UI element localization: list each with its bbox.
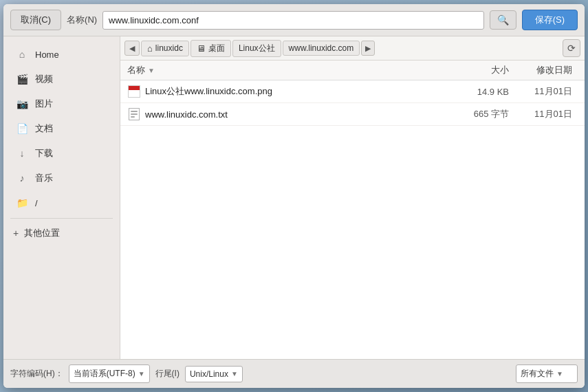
sidebar-label-music: 音乐 <box>35 172 53 184</box>
encoding-label: 字符编码(H)： <box>10 368 63 380</box>
sidebar-label-home: Home <box>35 50 59 60</box>
main-area: ⌂ Home 🎬 视频 📷 图片 📄 文档 ↓ 下载 ♪ 音乐 <box>3 36 585 359</box>
encoding-arrow-icon: ▼ <box>138 370 145 378</box>
nav-back-button[interactable]: ◀ <box>124 41 140 56</box>
sidebar-label-other: 其他位置 <box>24 227 60 239</box>
sidebar-item-video[interactable]: 🎬 视频 <box>6 67 117 91</box>
breadcrumb-home-label: linuxidc <box>155 43 183 53</box>
video-icon: 🎬 <box>16 73 28 85</box>
col-name-header[interactable]: 名称 ▼ <box>127 64 447 76</box>
lineending-label: 行尾(I) <box>155 368 179 380</box>
sidebar-label-documents: 文档 <box>35 122 53 135</box>
sidebar-item-documents[interactable]: 📄 文档 <box>6 117 117 140</box>
camera-icon: 📷 <box>16 98 28 110</box>
breadcrumb-home-icon: ⌂ <box>147 43 153 54</box>
sort-icon: ▼ <box>148 67 155 74</box>
file-row-png[interactable]: Linux公社www.linuxidc.com.png 14.9 KB 11月0… <box>120 80 585 103</box>
breadcrumb-bar: ◀ ⌂ linuxidc 🖥 桌面 Linux公社 www.linuxidc.c… <box>120 36 585 61</box>
file-size-png: 14.9 KB <box>447 87 509 97</box>
search-icon: 🔍 <box>497 14 509 25</box>
top-bar: 取消(C) 名称(N) 🔍 保存(S) <box>3 4 585 36</box>
encoding-value: 当前语系(UTF-8) <box>74 368 135 380</box>
back-arrow-icon: ◀ <box>129 44 135 53</box>
file-icon-txt <box>127 107 141 121</box>
lineending-arrow-icon: ▼ <box>231 370 238 378</box>
sidebar-item-music[interactable]: ♪ 音乐 <box>6 166 117 190</box>
file-list-header: 名称 ▼ 大小 修改日期 <box>120 61 585 80</box>
encoding-select[interactable]: 当前语系(UTF-8) ▼ <box>69 364 150 383</box>
download-icon: ↓ <box>16 147 28 160</box>
breadcrumb-home[interactable]: ⌂ linuxidc <box>141 41 189 56</box>
file-date-png: 11月01日 <box>509 85 578 98</box>
file-date-txt: 11月01日 <box>509 108 578 120</box>
sidebar-item-downloads[interactable]: ↓ 下载 <box>6 142 117 165</box>
col-name-label: 名称 <box>127 64 145 76</box>
lineending-value: Unix/Linux <box>190 369 228 379</box>
sidebar-item-home[interactable]: ⌂ Home <box>6 43 117 66</box>
file-browser: ◀ ⌂ linuxidc 🖥 桌面 Linux公社 www.linuxidc.c… <box>120 36 585 359</box>
lineending-select[interactable]: Unix/Linux ▼ <box>185 366 243 382</box>
filetype-value: 所有文件 <box>521 368 554 380</box>
refresh-button[interactable]: ⟳ <box>563 39 580 57</box>
sidebar-label-pictures: 图片 <box>35 98 53 110</box>
sidebar-label-downloads: 下载 <box>35 147 53 160</box>
bottom-bar: 字符编码(H)： 当前语系(UTF-8) ▼ 行尾(I) Unix/Linux … <box>3 359 585 388</box>
cancel-button[interactable]: 取消(C) <box>10 10 61 30</box>
breadcrumb-www[interactable]: www.linuxidc.com <box>283 41 360 56</box>
sidebar-label-root: / <box>35 198 38 208</box>
txt-thumbnail <box>129 108 140 120</box>
file-list: Linux公社www.linuxidc.com.png 14.9 KB 11月0… <box>120 80 585 359</box>
filetype-select[interactable]: 所有文件 ▼ <box>516 364 578 383</box>
png-thumbnail <box>128 85 140 98</box>
filename-input[interactable] <box>102 11 484 30</box>
file-name-txt: www.linuxidc.com.txt <box>145 109 447 120</box>
sidebar: ⌂ Home 🎬 视频 📷 图片 📄 文档 ↓ 下载 ♪ 音乐 <box>3 36 120 359</box>
refresh-icon: ⟳ <box>567 43 576 54</box>
home-icon: ⌂ <box>16 48 28 61</box>
file-size-txt: 665 字节 <box>447 108 509 120</box>
file-icon-png <box>127 85 141 98</box>
breadcrumb-linux-pub-label: Linux公社 <box>239 43 275 54</box>
name-label: 名称(N) <box>67 14 97 26</box>
file-row-txt[interactable]: www.linuxidc.com.txt 665 字节 11月01日 <box>120 103 585 126</box>
sidebar-item-root[interactable]: 📁 / <box>6 191 117 215</box>
sidebar-item-other[interactable]: + 其他位置 <box>3 221 120 245</box>
save-button[interactable]: 保存(S) <box>522 10 578 30</box>
breadcrumb-desktop[interactable]: 🖥 桌面 <box>190 40 231 57</box>
file-name-png: Linux公社www.linuxidc.com.png <box>145 85 447 98</box>
sidebar-item-pictures[interactable]: 📷 图片 <box>6 92 117 116</box>
breadcrumb-expand-button[interactable]: ▶ <box>361 41 375 56</box>
document-icon: 📄 <box>16 122 28 135</box>
breadcrumb-desktop-label: 桌面 <box>208 43 225 54</box>
filetype-arrow-icon: ▼ <box>556 370 563 378</box>
breadcrumb-www-label: www.linuxidc.com <box>289 43 354 53</box>
expand-arrow-icon: ▶ <box>365 44 371 53</box>
col-size-header[interactable]: 大小 <box>447 64 509 76</box>
search-button[interactable]: 🔍 <box>490 10 516 30</box>
sidebar-divider <box>10 218 113 219</box>
sidebar-label-video: 视频 <box>35 73 53 85</box>
breadcrumb-linux-pub[interactable]: Linux公社 <box>232 40 281 57</box>
plus-icon: + <box>13 228 19 239</box>
col-date-header[interactable]: 修改日期 <box>509 64 578 76</box>
save-dialog: 取消(C) 名称(N) 🔍 保存(S) ⌂ Home 🎬 视频 📷 图片 📄 <box>3 4 585 388</box>
music-icon: ♪ <box>16 172 28 184</box>
folder-icon: 📁 <box>16 197 28 209</box>
breadcrumb-desktop-icon: 🖥 <box>197 43 206 54</box>
